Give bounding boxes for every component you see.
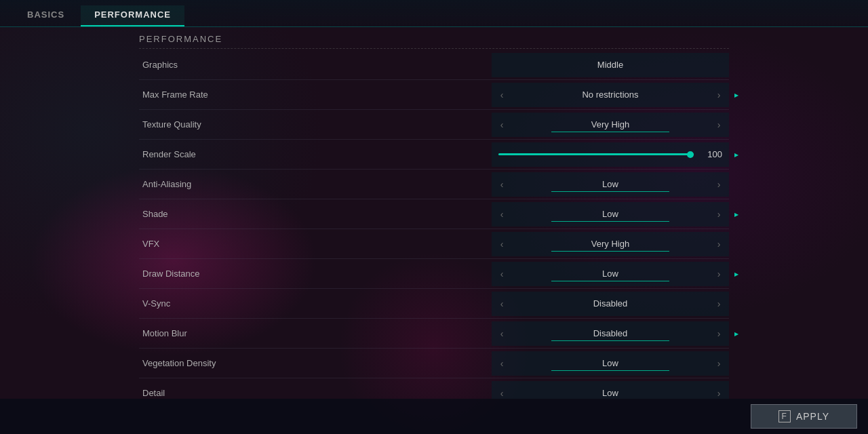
label-vegetation-density: Vegetation Density: [139, 358, 492, 368]
setting-row-texture-quality: Texture Quality ‹ Very High ›: [139, 110, 729, 140]
label-vfx: VFX: [139, 239, 492, 249]
label-anti-aliasing: Anti-Aliasing: [139, 179, 492, 189]
label-graphics: Graphics: [139, 60, 492, 70]
label-draw-distance: Draw Distance: [139, 269, 492, 279]
arrow-left-texture-quality[interactable]: ‹: [492, 113, 512, 137]
apply-label: APPLY: [796, 411, 829, 422]
value-texture-quality: Very High: [512, 119, 709, 130]
control-motion-blur: ‹ Disabled ›: [492, 321, 729, 346]
control-anti-aliasing: ‹ Low ›: [492, 172, 729, 197]
value-v-sync: Disabled: [512, 298, 709, 309]
setting-row-vegetation-density: Vegetation Density ‹ Low ›: [139, 349, 729, 378]
label-motion-blur: Motion Blur: [139, 328, 492, 338]
value-anti-aliasing: Low: [512, 179, 709, 189]
label-render-scale: Render Scale: [139, 149, 492, 159]
arrow-right-vfx[interactable]: ›: [709, 232, 729, 256]
tab-bar: BASICS PERFORMANCE: [0, 0, 868, 27]
main-content: BASICS PERFORMANCE Performance Graphics …: [0, 0, 868, 434]
control-draw-distance: ‹ Low ›: [492, 262, 729, 286]
control-render-scale[interactable]: 100: [492, 142, 729, 167]
arrow-left-detail[interactable]: ‹: [492, 381, 512, 399]
value-vegetation-density: Low: [512, 358, 709, 368]
setting-row-vfx: VFX ‹ Very High ›: [139, 229, 729, 259]
slider-fill: [498, 153, 694, 155]
arrow-right-max-frame-rate[interactable]: ›: [709, 83, 729, 107]
value-motion-blur: Disabled: [512, 328, 709, 338]
value-shade: Low: [512, 209, 709, 219]
bottom-bar: F APPLY: [0, 399, 868, 434]
value-graphics: Middle: [492, 60, 729, 70]
section-header: Performance: [139, 27, 729, 49]
value-draw-distance: Low: [512, 269, 709, 279]
slider-thumb: [687, 151, 694, 158]
arrow-right-v-sync[interactable]: ›: [709, 292, 729, 316]
arrow-left-vfx[interactable]: ‹: [492, 232, 512, 256]
tab-basics[interactable]: BASICS: [14, 5, 78, 26]
label-max-frame-rate: Max Frame Rate: [139, 90, 492, 100]
slider-track: [498, 153, 694, 155]
value-detail: Low: [512, 388, 709, 398]
setting-row-shade: Shade ‹ Low ›: [139, 199, 729, 229]
arrow-right-motion-blur[interactable]: ›: [709, 321, 729, 346]
label-detail: Detail: [139, 388, 492, 398]
arrow-right-vegetation-density[interactable]: ›: [709, 351, 729, 376]
control-vegetation-density: ‹ Low ›: [492, 351, 729, 376]
setting-row-graphics: Graphics Middle: [139, 50, 729, 80]
label-v-sync: V-Sync: [139, 298, 492, 309]
value-max-frame-rate: No restrictions: [512, 90, 709, 100]
arrow-left-vegetation-density[interactable]: ‹: [492, 351, 512, 376]
setting-row-motion-blur: Motion Blur ‹ Disabled ›: [139, 319, 729, 349]
control-detail: ‹ Low ›: [492, 381, 729, 399]
arrow-left-max-frame-rate[interactable]: ‹: [492, 83, 512, 107]
arrow-right-shade[interactable]: ›: [709, 202, 729, 226]
setting-row-detail: Detail ‹ Low ›: [139, 378, 729, 399]
control-max-frame-rate: ‹ No restrictions ›: [492, 83, 729, 107]
arrow-right-detail[interactable]: ›: [709, 381, 729, 399]
control-shade: ‹ Low ›: [492, 202, 729, 226]
arrow-left-shade[interactable]: ‹: [492, 202, 512, 226]
settings-area: Performance Graphics Middle Max Frame Ra…: [0, 27, 868, 399]
setting-row-v-sync: V-Sync ‹ Disabled ›: [139, 289, 729, 319]
control-graphics[interactable]: Middle: [492, 53, 729, 77]
arrow-left-v-sync[interactable]: ‹: [492, 292, 512, 316]
setting-row-render-scale: Render Scale 100: [139, 140, 729, 170]
arrow-left-anti-aliasing[interactable]: ‹: [492, 172, 512, 197]
label-texture-quality: Texture Quality: [139, 119, 492, 130]
label-shade: Shade: [139, 209, 492, 219]
value-vfx: Very High: [512, 239, 709, 249]
settings-container: Performance Graphics Middle Max Frame Ra…: [139, 27, 729, 399]
apply-key-icon: F: [778, 410, 791, 422]
arrow-right-anti-aliasing[interactable]: ›: [709, 172, 729, 197]
arrow-right-draw-distance[interactable]: ›: [709, 262, 729, 286]
control-vfx: ‹ Very High ›: [492, 232, 729, 256]
setting-row-max-frame-rate: Max Frame Rate ‹ No restrictions ›: [139, 80, 729, 110]
slider-value: 100: [702, 149, 722, 159]
control-texture-quality: ‹ Very High ›: [492, 113, 729, 137]
setting-row-anti-aliasing: Anti-Aliasing ‹ Low ›: [139, 170, 729, 199]
apply-button[interactable]: F APPLY: [751, 404, 857, 429]
control-v-sync: ‹ Disabled ›: [492, 292, 729, 316]
arrow-left-motion-blur[interactable]: ‹: [492, 321, 512, 346]
tab-performance[interactable]: PERFORMANCE: [81, 5, 184, 26]
arrow-left-draw-distance[interactable]: ‹: [492, 262, 512, 286]
setting-row-draw-distance: Draw Distance ‹ Low ›: [139, 259, 729, 289]
arrow-right-texture-quality[interactable]: ›: [709, 113, 729, 137]
